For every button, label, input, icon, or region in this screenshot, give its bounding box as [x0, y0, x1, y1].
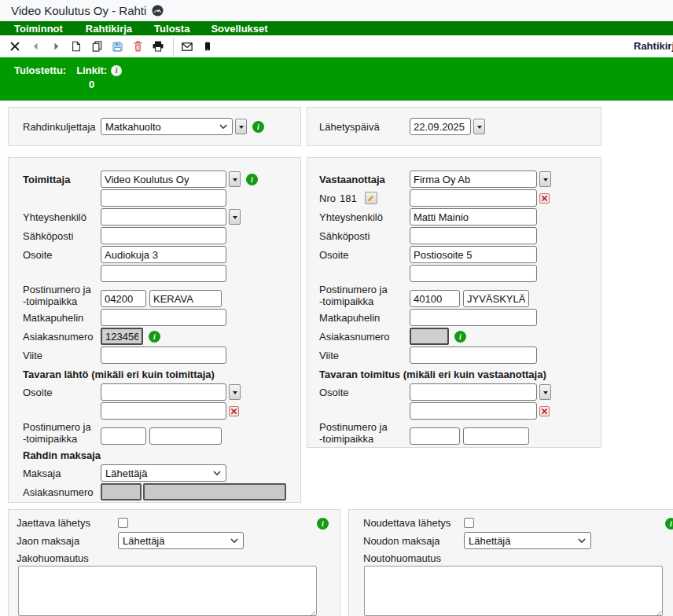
delivery-address-dropdown-button[interactable] [539, 384, 551, 400]
sender-info-icon[interactable] [246, 174, 258, 185]
print-icon[interactable] [149, 37, 167, 56]
origin-postal-label: Postinumero ja -toimipaikka [23, 421, 101, 445]
dispatch-date-label: Lähetyspäivä [319, 121, 410, 133]
document-type-label: Rahtikirja [634, 40, 673, 52]
receiver-email-input[interactable] [410, 227, 537, 244]
dispatch-date-picker-button[interactable] [473, 119, 485, 134]
menu-toiminnot[interactable]: Toiminnot [14, 23, 63, 35]
sender-contact-input[interactable] [101, 208, 226, 226]
origin-postal-code-input[interactable] [101, 427, 146, 445]
receiver-number-value: 181 [340, 192, 357, 204]
origin-postal-city-input[interactable] [149, 427, 222, 445]
pickup-note-textarea[interactable] [364, 566, 663, 616]
links-info-icon[interactable] [111, 65, 122, 76]
sender-contact-dropdown-button[interactable] [229, 209, 241, 225]
delete-trash-icon[interactable] [129, 37, 146, 56]
receiver-postal-code-input[interactable] [410, 290, 460, 307]
sender-contact-label: Yhteyshenkilö [23, 211, 101, 223]
receiver-reference-input[interactable] [410, 346, 537, 364]
receiver-mobile-input[interactable] [410, 309, 537, 326]
receiver-dropdown-button[interactable] [539, 171, 551, 187]
window-title: Video Koulutus Oy - Rahti [11, 4, 146, 17]
receiver-postal-city-input[interactable] [463, 290, 529, 307]
mobile-phone-icon[interactable] [199, 37, 216, 56]
sender-customer-number-input[interactable] [101, 328, 143, 345]
receiver-customer-info-icon[interactable] [454, 331, 466, 343]
origin-clear-icon[interactable] [229, 406, 239, 416]
delivery-address-input[interactable] [410, 383, 537, 401]
receiver-name-extra-input[interactable] [410, 189, 537, 207]
chevron-down-icon [578, 538, 586, 544]
chevron-down-icon [213, 471, 221, 476]
receiver-address-extra-input[interactable] [410, 265, 537, 282]
pickup-note-label: Noutohuomautus [349, 552, 673, 564]
pickup-payer-label: Noudon maksaja [363, 535, 464, 547]
receiver-postal-label: Postinumero ja -toimipaikka [319, 284, 410, 307]
status-banner: Tulostettu: Linkit: 0 [0, 57, 673, 101]
origin-address-input[interactable] [101, 383, 226, 401]
sender-reference-input[interactable] [101, 346, 226, 364]
title-bar: Video Koulutus Oy - Rahti [0, 0, 673, 21]
save-icon[interactable] [108, 37, 126, 56]
carrier-dropdown-button[interactable] [235, 119, 247, 134]
pickup-shipment-checkbox[interactable] [464, 518, 474, 528]
email-icon[interactable] [178, 37, 196, 56]
sender-address-input[interactable] [101, 246, 226, 263]
split-payer-select[interactable]: Lähettäjä [118, 532, 244, 549]
sender-mobile-input[interactable] [101, 309, 226, 326]
carrier-select[interactable]: Matkahuolto [101, 118, 233, 135]
delivery-clear-icon[interactable] [539, 406, 550, 416]
copy-icon[interactable] [88, 37, 105, 56]
prev-arrow-icon[interactable] [27, 37, 44, 56]
pickup-payer-select[interactable]: Lähettäjä [464, 532, 591, 549]
sender-title: Toimittaja [23, 174, 101, 185]
printed-label: Tulostettu: [14, 64, 66, 76]
freight-payer-section-title: Rahdin maksaja [9, 449, 300, 461]
origin-address-dropdown-button[interactable] [229, 384, 241, 400]
freight-payer-select[interactable]: Lähettäjä [101, 464, 226, 482]
sender-reference-label: Viite [23, 350, 101, 361]
menu-tulosta[interactable]: Tulosta [154, 23, 189, 35]
receiver-name-input[interactable] [410, 170, 537, 188]
carrier-info-icon[interactable] [252, 121, 264, 133]
receiver-title: Vastaanottaja [319, 174, 410, 185]
delivery-postal-code-input[interactable] [410, 427, 460, 445]
sender-email-input[interactable] [101, 227, 226, 244]
delivery-postal-city-input[interactable] [463, 427, 529, 445]
dispatch-date-input[interactable] [410, 118, 471, 135]
links-label: Linkit: [76, 64, 107, 76]
new-document-icon[interactable] [68, 37, 85, 56]
sender-customer-info-icon[interactable] [149, 331, 160, 343]
split-info-icon[interactable] [317, 518, 329, 530]
receiver-clear-icon[interactable] [539, 193, 550, 204]
sender-postal-label: Postinumero ja -toimipaikka [23, 284, 101, 307]
split-shipment-checkbox[interactable] [118, 518, 128, 528]
pickup-info-icon[interactable] [665, 518, 673, 530]
sender-name-extra-input[interactable] [101, 189, 226, 207]
receiver-customer-number-input[interactable] [410, 328, 449, 345]
split-note-textarea[interactable] [18, 566, 317, 616]
carrier-label: Rahdinkuljettaja [23, 121, 101, 133]
gauge-icon [152, 5, 164, 16]
sender-postal-city-input[interactable] [149, 290, 222, 307]
sender-dropdown-button[interactable] [229, 171, 241, 187]
sender-email-label: Sähköposti [23, 230, 101, 242]
menu-rahtikirja[interactable]: Rahtikirja [86, 23, 132, 35]
sender-postal-code-input[interactable] [101, 290, 146, 307]
sender-address-extra-input[interactable] [101, 265, 226, 282]
delivery-address-extra-input[interactable] [410, 402, 537, 420]
next-arrow-icon[interactable] [47, 37, 64, 56]
origin-section-title: Tavaran lähtö (mikäli eri kuin toimittaj… [9, 368, 300, 380]
receiver-panel: Vastaanottaja Nro 181 Yhteyshenkilö Sähk… [307, 157, 601, 448]
toolbar: Rahtikirja [0, 35, 673, 57]
receiver-edit-pencil-icon[interactable] [365, 192, 377, 204]
pickup-checkbox-label: Noudettava lähetys [363, 517, 464, 529]
menu-sovellukset[interactable]: Sovellukset [211, 23, 267, 35]
origin-address-extra-input[interactable] [101, 402, 226, 420]
receiver-address-input[interactable] [410, 246, 537, 263]
receiver-contact-input[interactable] [410, 208, 537, 226]
freight-payer-value: Lähettäjä [105, 468, 148, 479]
pickup-payer-value: Lähettäjä [469, 535, 511, 547]
sender-name-input[interactable] [101, 170, 226, 188]
close-icon[interactable] [6, 37, 24, 56]
